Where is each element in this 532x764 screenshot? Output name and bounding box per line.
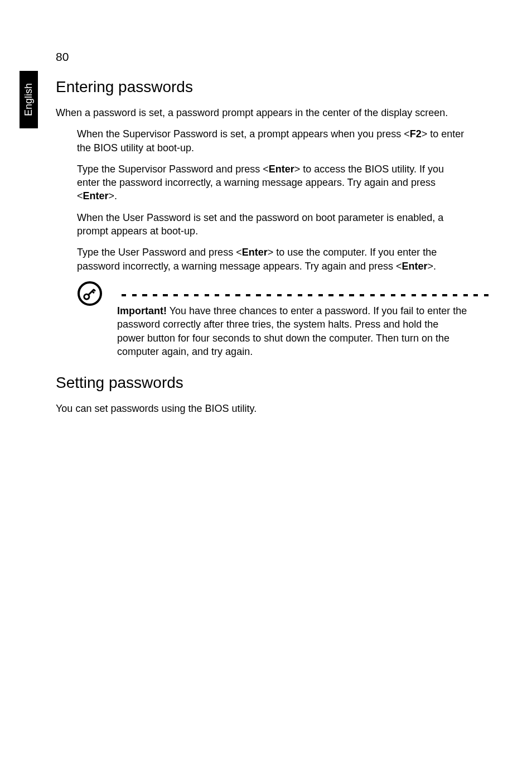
page-number: 80 xyxy=(56,50,69,64)
para-user-type: Type the User Password and press <Enter>… xyxy=(77,246,468,273)
key-f2: F2 xyxy=(410,128,422,140)
key-enter: Enter xyxy=(83,190,109,201)
key-icon xyxy=(77,281,103,309)
intro-paragraph: When a password is set, a password promp… xyxy=(56,106,468,119)
key-enter: Enter xyxy=(242,247,268,258)
important-note-block: Important! You have three chances to ent… xyxy=(77,281,468,358)
language-tab: English xyxy=(20,71,38,128)
svg-line-3 xyxy=(92,291,94,294)
important-note-text: Important! You have three chances to ent… xyxy=(117,304,468,358)
indented-paragraphs: When the Supervisor Password is set, a p… xyxy=(77,127,468,273)
para-supervisor-type: Type the Supervisor Password and press <… xyxy=(77,162,468,203)
language-tab-label: English xyxy=(23,83,35,116)
svg-line-4 xyxy=(94,290,95,291)
heading-setting-passwords: Setting passwords xyxy=(56,374,468,392)
section-setting-passwords: Setting passwords You can set passwords … xyxy=(56,374,468,415)
para-supervisor-prompt: When the Supervisor Password is set, a p… xyxy=(77,127,468,155)
important-label: Important! xyxy=(117,305,167,316)
dashed-divider xyxy=(117,294,490,296)
heading-entering-passwords: Entering passwords xyxy=(56,78,468,96)
para-user-prompt: When the User Password is set and the pa… xyxy=(77,211,468,238)
key-enter: Enter xyxy=(269,164,294,175)
setting-passwords-body: You can set passwords using the BIOS uti… xyxy=(56,402,468,415)
key-enter: Enter xyxy=(402,261,427,272)
page-content: Entering passwords When a password is se… xyxy=(56,78,468,423)
